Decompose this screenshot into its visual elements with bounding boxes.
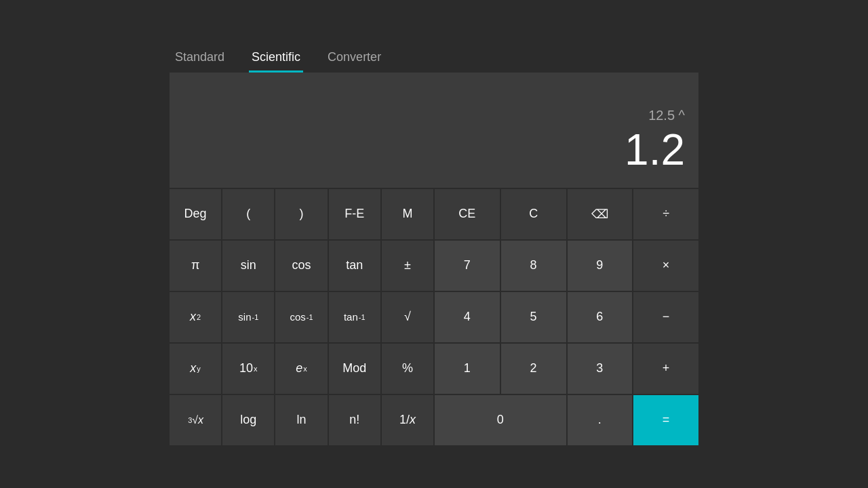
- btn-fe[interactable]: F-E: [329, 189, 380, 239]
- btn-ex[interactable]: ex: [275, 344, 327, 394]
- btn-add[interactable]: +: [633, 344, 698, 394]
- nav-standard[interactable]: Standard: [172, 43, 227, 73]
- btn-sin[interactable]: sin: [222, 241, 274, 291]
- btn-deg[interactable]: Deg: [170, 189, 221, 239]
- btn-3[interactable]: 3: [568, 344, 633, 394]
- display-primary: 1.2: [183, 126, 685, 174]
- btn-divide[interactable]: ÷: [633, 189, 698, 239]
- btn-mod[interactable]: Mod: [329, 344, 380, 394]
- btn-open-paren[interactable]: (: [222, 189, 274, 239]
- btn-7[interactable]: 7: [435, 241, 500, 291]
- btn-multiply[interactable]: ×: [633, 241, 698, 291]
- btn-cbrt[interactable]: 3√x: [170, 395, 221, 445]
- btn-9[interactable]: 9: [568, 241, 633, 291]
- btn-memory[interactable]: M: [382, 189, 433, 239]
- right-panel: CE C ⌫ ÷ 7 8 9 × 4 5 6 − 1 2 3 + 0 . =: [435, 189, 698, 445]
- btn-atan[interactable]: tan-1: [329, 292, 380, 342]
- btn-0[interactable]: 0: [435, 395, 566, 445]
- btn-close-paren[interactable]: ): [275, 189, 327, 239]
- left-panel: Deg ( ) F-E M π sin cos tan ± x2 sin-1 c…: [170, 189, 433, 445]
- btn-percent[interactable]: %: [382, 344, 433, 394]
- nav-scientific[interactable]: Scientific: [249, 43, 303, 73]
- btn-plus-minus[interactable]: ±: [382, 241, 433, 291]
- btn-subtract[interactable]: −: [633, 292, 698, 342]
- btn-clear[interactable]: C: [501, 189, 566, 239]
- btn-pi[interactable]: π: [170, 241, 221, 291]
- calculator: Standard Scientific Converter 12.5 ^ 1.2…: [170, 43, 698, 445]
- btn-10x[interactable]: 10x: [222, 344, 274, 394]
- display-secondary: 12.5 ^: [183, 108, 685, 123]
- btn-decimal[interactable]: .: [568, 395, 633, 445]
- btn-6[interactable]: 6: [568, 292, 633, 342]
- btn-backspace[interactable]: ⌫: [568, 189, 633, 239]
- btn-ce[interactable]: CE: [435, 189, 500, 239]
- btn-sqrt[interactable]: √: [382, 292, 433, 342]
- btn-5[interactable]: 5: [501, 292, 566, 342]
- btn-tan[interactable]: tan: [329, 241, 380, 291]
- btn-4[interactable]: 4: [435, 292, 500, 342]
- nav-bar: Standard Scientific Converter: [170, 43, 698, 73]
- btn-1[interactable]: 1: [435, 344, 500, 394]
- btn-reciprocal[interactable]: 1/x: [382, 395, 433, 445]
- btn-2[interactable]: 2: [501, 344, 566, 394]
- btn-equals[interactable]: =: [633, 395, 698, 445]
- btn-factorial[interactable]: n!: [329, 395, 380, 445]
- btn-x-squared[interactable]: x2: [170, 292, 221, 342]
- buttons-area: Deg ( ) F-E M π sin cos tan ± x2 sin-1 c…: [170, 189, 698, 445]
- btn-asin[interactable]: sin-1: [222, 292, 274, 342]
- btn-cos[interactable]: cos: [275, 241, 327, 291]
- btn-log[interactable]: log: [222, 395, 274, 445]
- btn-8[interactable]: 8: [501, 241, 566, 291]
- btn-xy[interactable]: xy: [170, 344, 221, 394]
- btn-acos[interactable]: cos-1: [275, 292, 327, 342]
- nav-converter[interactable]: Converter: [325, 43, 384, 73]
- display: 12.5 ^ 1.2: [170, 73, 698, 188]
- btn-ln[interactable]: ln: [275, 395, 327, 445]
